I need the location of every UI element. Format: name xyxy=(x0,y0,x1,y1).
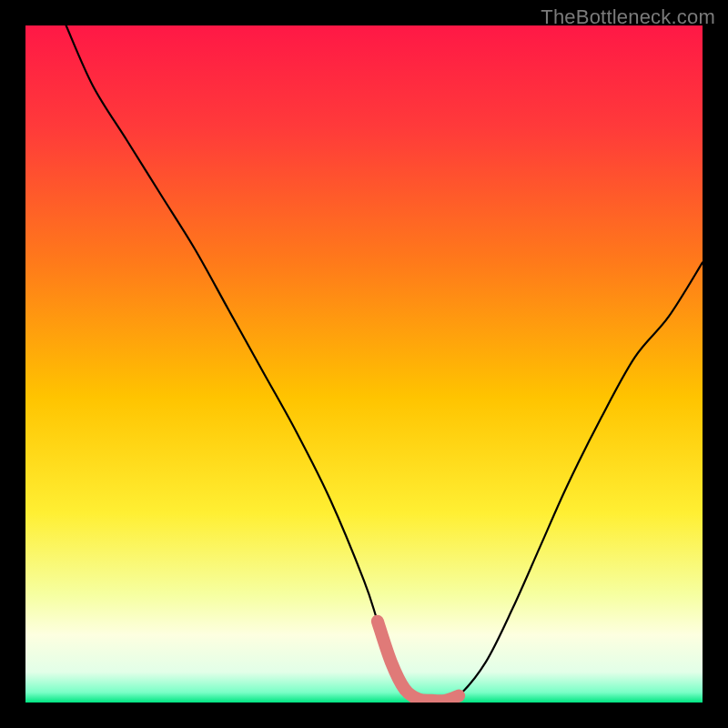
gradient-background xyxy=(25,25,703,703)
chart-frame: TheBottleneck.com xyxy=(0,0,728,728)
bottleneck-chart xyxy=(25,25,703,703)
plot-area xyxy=(25,25,703,703)
